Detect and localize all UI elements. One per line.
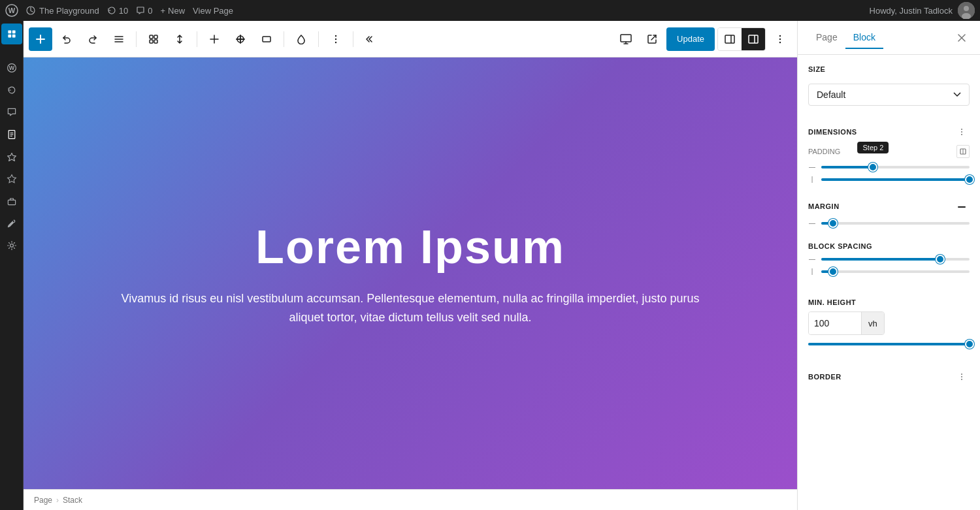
- page-canvas[interactable]: Lorem Ipsum Vivamus id risus eu nisl ves…: [24, 57, 797, 489]
- min-height-unit[interactable]: vh: [861, 312, 884, 334]
- svg-point-49: [961, 131, 962, 133]
- sidebar-item-feedback[interactable]: [1, 146, 22, 167]
- external-view-button[interactable]: [640, 27, 664, 51]
- padding-bottom-slider-row: |: [808, 176, 970, 183]
- svg-rect-33: [263, 37, 270, 42]
- sidebar-toggle-on-button[interactable]: [742, 28, 765, 50]
- sidebar-item-appearance[interactable]: [1, 168, 22, 189]
- canvas-title[interactable]: Lorem Ipsum: [255, 220, 565, 274]
- toolbar-sep-3: [284, 31, 284, 47]
- border-more-button[interactable]: [954, 369, 970, 385]
- padding-bottom-track[interactable]: [821, 178, 970, 181]
- padding-bottom-icon: |: [808, 176, 816, 183]
- sidebar-item-plugins[interactable]: [1, 191, 22, 212]
- svg-line-38: [651, 35, 656, 40]
- margin-icon: —: [808, 219, 816, 227]
- svg-marker-16: [7, 153, 16, 161]
- padding-top-icon: —: [808, 163, 816, 170]
- block-spacing-icon-2: |: [808, 268, 816, 275]
- comments-count: 0: [148, 6, 152, 16]
- settings-more-button[interactable]: [768, 27, 792, 51]
- panel-close-button[interactable]: [954, 30, 970, 46]
- cross-button[interactable]: [229, 27, 252, 51]
- block-spacing-track-2[interactable]: [821, 270, 970, 273]
- border-header: Border: [808, 369, 970, 385]
- desktop-view-button[interactable]: [614, 27, 638, 51]
- square-button[interactable]: [255, 27, 278, 51]
- svg-text:W: W: [8, 65, 14, 71]
- svg-rect-17: [8, 200, 15, 204]
- dimensions-actions: [954, 124, 970, 140]
- size-section: SIZE Default: [798, 55, 980, 116]
- dimensions-section: DIMENSIONS PADDING —: [798, 116, 980, 291]
- padding-label: PADDING: [808, 148, 840, 155]
- size-select[interactable]: Default: [808, 84, 970, 106]
- svg-text:W: W: [8, 7, 16, 14]
- sidebar-item-comments[interactable]: [1, 102, 22, 123]
- redo-button[interactable]: [81, 27, 105, 51]
- padding-unlink-button[interactable]: [956, 145, 970, 158]
- toolbar: Update: [24, 21, 797, 57]
- sidebar-item-pages[interactable]: [1, 124, 22, 145]
- min-height-label: MIN. HEIGHT: [808, 298, 970, 306]
- insert-plus-button[interactable]: [203, 27, 226, 51]
- min-height-slider-row: [808, 343, 970, 345]
- breadcrumb-separator: ›: [56, 496, 59, 505]
- svg-point-44: [779, 38, 781, 39]
- min-height-input-row: vh: [808, 311, 970, 335]
- sidebar-item-settings[interactable]: [1, 235, 22, 256]
- more-options-button[interactable]: [324, 27, 348, 51]
- block-spacing-slider-row-2: |: [808, 268, 970, 275]
- panel-tabs: Page Block: [798, 21, 980, 55]
- min-height-number-input[interactable]: [809, 312, 861, 334]
- droplet-button[interactable]: [289, 27, 313, 51]
- sidebar-item-revisions[interactable]: [1, 80, 22, 101]
- svg-rect-6: [8, 30, 11, 33]
- view-page-link[interactable]: View Page: [193, 6, 233, 16]
- margin-track[interactable]: [821, 222, 970, 225]
- padding-top-track[interactable]: Step 2: [821, 166, 970, 168]
- dimensions-header: DIMENSIONS: [808, 116, 970, 145]
- structure-button[interactable]: [142, 27, 165, 51]
- avatar[interactable]: [958, 2, 975, 19]
- collapse-button[interactable]: [359, 27, 382, 51]
- sidebar-toggle-off-button[interactable]: [718, 28, 742, 50]
- howdy-text: Howdy, Justin Tadlock: [870, 6, 953, 16]
- svg-point-36: [335, 41, 336, 42]
- admin-bar: W The Playground 10 0 + New View Page Ho…: [0, 0, 980, 21]
- svg-point-43: [779, 35, 781, 36]
- svg-point-18: [10, 244, 13, 247]
- arrows-button[interactable]: [168, 27, 191, 51]
- min-height-track[interactable]: [808, 343, 970, 345]
- canvas-area: Lorem Ipsum Vivamus id risus eu nisl ves…: [24, 57, 797, 489]
- toolbar-sep-1: [136, 31, 137, 47]
- revisions-link[interactable]: 10: [107, 6, 128, 16]
- add-block-button[interactable]: [29, 27, 52, 51]
- sidebar-item-tools[interactable]: [1, 213, 22, 234]
- padding-tooltip: Step 2: [858, 142, 889, 153]
- list-view-button[interactable]: [107, 27, 131, 51]
- canvas-body[interactable]: Vivamus id risus eu nisl vestibulum accu…: [116, 289, 704, 327]
- update-button[interactable]: Update: [666, 27, 715, 51]
- sidebar-item-posts[interactable]: W: [1, 57, 22, 78]
- dimensions-more-button[interactable]: [954, 124, 970, 140]
- min-height-input: vh: [808, 311, 885, 335]
- svg-point-4: [964, 6, 969, 11]
- sidebar-item-dashboard[interactable]: [1, 24, 22, 44]
- tab-block[interactable]: Block: [845, 27, 883, 49]
- svg-rect-24: [150, 35, 153, 39]
- comments-link[interactable]: 0: [136, 6, 152, 16]
- new-link[interactable]: + New: [160, 6, 185, 16]
- editor-area: Update Lorem Ipsum Vivamus id risus e: [24, 21, 797, 510]
- wp-logo-link[interactable]: W: [5, 4, 18, 17]
- padding-top-slider-row: — Step 2: [808, 163, 970, 170]
- breadcrumb-page[interactable]: Page: [34, 496, 52, 505]
- site-name[interactable]: The Playground: [26, 6, 99, 16]
- breadcrumb-stack[interactable]: Stack: [63, 496, 82, 505]
- admin-bar-right: Howdy, Justin Tadlock: [870, 2, 975, 19]
- margin-more-button[interactable]: [954, 199, 970, 214]
- block-spacing-track-1[interactable]: [821, 258, 970, 261]
- tab-page[interactable]: Page: [808, 27, 845, 49]
- svg-point-48: [961, 129, 962, 130]
- undo-button[interactable]: [55, 27, 78, 51]
